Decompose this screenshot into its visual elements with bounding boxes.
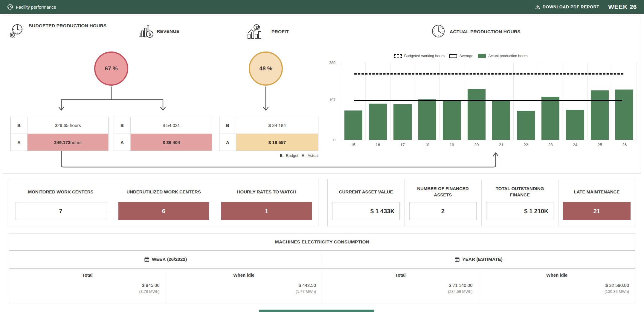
current-asset-value[interactable]: $ 1 433K — [332, 202, 400, 220]
electricity-table-title: MACHINES ELECTRICITY CONSUMPTION — [9, 234, 635, 251]
stat-hourly-rates-to-watch: HOURLY RATES TO WATCH 1 — [215, 179, 318, 226]
chart-column-week-19 — [440, 63, 464, 140]
average-line — [354, 100, 622, 101]
budgeted-hours-clock-gear-icon — [8, 23, 25, 39]
financed-assets-value[interactable]: 2 — [409, 202, 477, 220]
chart-column-week-16 — [366, 63, 390, 140]
assets-card: CURRENT ASSET VALUE $ 1 433K NUMBER OF F… — [327, 179, 635, 226]
row-label-actual: A — [219, 134, 236, 151]
row-label-budget: B — [219, 117, 236, 134]
legend-average-label: Average — [460, 54, 473, 58]
actual-hours-bar-week-17[interactable] — [393, 104, 411, 140]
download-icon — [535, 4, 540, 10]
budget-revenue-value: $ 54 031 — [131, 117, 212, 134]
svg-text:$: $ — [149, 32, 151, 37]
chart-title-actual-production-hours: ACTUAL PRODUCTION HOURS — [450, 29, 521, 34]
x-tick-label: 17 — [390, 143, 415, 147]
stat-label: UNDERUTILIZED WORK CENTERS — [126, 185, 201, 199]
actual-hours-bar-week-26[interactable] — [615, 90, 633, 140]
chart-column-week-26 — [612, 63, 637, 140]
underutilized-work-centers-value[interactable]: 6 — [118, 202, 209, 220]
period-header-week: WEEK (26/2022) — [9, 251, 322, 268]
stat-label: MONITORED WORK CENTERS — [28, 185, 94, 199]
actual-hours-bar-week-24[interactable] — [566, 110, 584, 140]
actual-hours-bar-week-25[interactable] — [591, 90, 609, 140]
actual-hours-bar-week-23[interactable] — [541, 97, 559, 140]
mwh-value: (284.56 MWh) — [328, 289, 473, 294]
x-tick-label: 16 — [366, 143, 390, 147]
stat-connector-line — [106, 212, 116, 212]
x-tick-label: 19 — [439, 143, 464, 147]
work-centers-card: MONITORED WORK CENTERS 7 UNDERUTILIZED W… — [9, 179, 318, 226]
column-header: Total — [328, 272, 473, 278]
legend-actual-swatch — [478, 54, 486, 58]
late-maintenance-value[interactable]: 21 — [563, 202, 631, 220]
budget-hours-value: 329.65 hours — [28, 117, 108, 134]
x-tick-label: 20 — [464, 143, 489, 147]
legend-budgeted-label: Budgeted working hours — [404, 54, 445, 58]
week-badge: WEEK 26 — [608, 3, 637, 10]
outstanding-finance-value[interactable]: $ 1 210K — [486, 202, 554, 220]
calendar-icon — [455, 257, 460, 262]
legend-budgeted-swatch — [394, 54, 402, 58]
hourly-rates-to-watch-value[interactable]: 1 — [221, 202, 312, 220]
chart-column-week-20 — [464, 63, 489, 140]
column-header: When idle — [172, 272, 316, 278]
stat-label: TOTAL OUTSTANDING FINANCE — [492, 185, 547, 199]
x-tick-label: 21 — [489, 143, 514, 147]
budget-profit-value: $ 34 184 — [236, 117, 318, 134]
x-tick-label: 26 — [612, 143, 637, 147]
actual-hours-bar-week-20[interactable] — [468, 89, 486, 140]
actual-hours-bar-week-16[interactable] — [369, 104, 387, 140]
column-header: When idle — [485, 272, 629, 278]
profit-ba-table: B $ 34 184 A $ 16 557 — [219, 117, 318, 151]
week-idle-cell: When idle $ 442.50 (1.77 MWh) — [166, 269, 322, 303]
profit-percent-circle: 48 % — [249, 52, 283, 86]
mwh-value: (1.77 MWh) — [172, 289, 316, 294]
x-tick-label: 23 — [538, 143, 563, 147]
actual-hours-bar-week-19[interactable] — [443, 100, 461, 140]
actual-hours-bar-week-21[interactable] — [492, 100, 510, 140]
x-tick-label: 15 — [341, 143, 366, 147]
week-total-cell: Total $ 945.00 (3.78 MWh) — [9, 269, 166, 303]
row-label-actual: A — [11, 134, 28, 151]
mwh-value: (130.36 MWh) — [485, 289, 629, 294]
chart-column-week-17 — [390, 63, 415, 140]
calendar-icon — [144, 257, 149, 262]
stat-total-outstanding-finance: TOTAL OUTSTANDING FINANCE $ 1 210K — [481, 179, 558, 226]
budgeted-working-hours-line — [354, 73, 624, 75]
y-tick-label: 0 — [333, 138, 335, 142]
column-header: Total — [15, 272, 160, 278]
actual-hours-bar-week-15[interactable] — [344, 110, 362, 140]
legend-actual-label: Actual production hours — [488, 54, 527, 58]
actual-hours-bar-week-18[interactable] — [418, 99, 436, 140]
page-title: Facility performance — [16, 4, 56, 10]
actual-hours-clock-icon — [431, 24, 445, 38]
year-idle-cell: When idle $ 32 590.00 (130.36 MWh) — [479, 269, 635, 303]
stat-label: CURRENT ASSET VALUE — [335, 185, 397, 199]
stat-label: HOURLY RATES TO WATCH — [237, 185, 296, 199]
kpi-title-revenue: REVENUE — [157, 29, 179, 34]
cost-value: $ 71 140.00 — [328, 283, 473, 288]
actual-profit-value: $ 16 557 — [236, 134, 318, 151]
cost-value: $ 32 590.00 — [485, 283, 629, 288]
stat-label: NUMBER OF FINANCED ASSETS — [417, 185, 469, 199]
download-pdf-label: DOWNLOAD PDF REPORT — [543, 4, 599, 9]
actual-hours-bar-week-22[interactable] — [517, 111, 535, 140]
chart-column-week-23 — [538, 63, 563, 140]
chart-column-week-21 — [489, 63, 514, 140]
revenue-bars-dollar-icon: $ — [138, 25, 155, 38]
actual-revenue-value: $ 36 404 — [131, 134, 212, 151]
legend-average-swatch — [449, 54, 457, 58]
budgeted-hours-ba-table: B 329.65 hours A 249.173 hours — [10, 117, 109, 151]
y-tick-label: 380 — [329, 61, 335, 65]
download-pdf-button[interactable]: DOWNLOAD PDF REPORT — [535, 4, 599, 10]
kpi-title-budgeted-production-hours: BUDGETED PRODUCTION HOURS — [28, 22, 108, 29]
kpi-title-profit: PROFIT — [271, 29, 289, 34]
stat-number-of-financed-assets: NUMBER OF FINANCED ASSETS 2 — [404, 179, 481, 226]
row-label-actual: A — [114, 134, 131, 151]
stat-late-maintenance: LATE MAINTENANCE 21 — [558, 179, 635, 226]
monitored-work-centers-value[interactable]: 7 — [16, 202, 106, 220]
cost-value: $ 945.00 — [15, 283, 160, 288]
period-header-year: YEAR (ESTIMATE) — [322, 251, 635, 268]
